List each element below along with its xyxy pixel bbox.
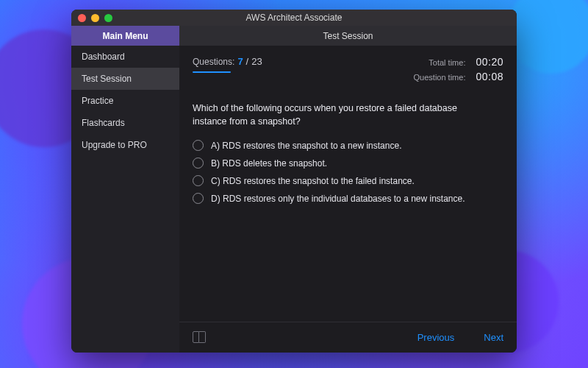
- question-separator: /: [246, 56, 249, 67]
- radio-icon: [193, 158, 204, 169]
- sidebar: Main Menu Dashboard Test Session Practic…: [71, 26, 179, 353]
- question-area: Questions: 7 / 23 Total time: 00:20: [179, 46, 517, 322]
- sidebar-item-label: Practice: [82, 96, 113, 106]
- sidebar-item-test-session[interactable]: Test Session: [71, 68, 179, 90]
- window-title: AWS Architect Associate: [71, 13, 517, 23]
- answer-label: D) RDS restores only the individual data…: [211, 194, 465, 204]
- radio-icon: [193, 193, 204, 204]
- question-time-label: Question time:: [414, 73, 466, 82]
- total-time-value: 00:20: [476, 56, 503, 68]
- stats-bar: Questions: 7 / 23 Total time: 00:20: [193, 56, 503, 82]
- answer-label: A) RDS restores the snapshot to a new in…: [211, 141, 401, 151]
- answer-option[interactable]: C) RDS restores the snapshot to the fail…: [193, 175, 503, 186]
- sidebar-item-label: Flashcards: [82, 118, 125, 128]
- sidebar-item-dashboard[interactable]: Dashboard: [71, 46, 179, 68]
- total-time-label: Total time:: [429, 58, 465, 67]
- question-current: 7: [237, 56, 243, 67]
- book-icon[interactable]: [193, 331, 207, 344]
- radio-icon: [193, 175, 204, 186]
- next-button[interactable]: Next: [484, 332, 503, 343]
- timers: Total time: 00:20 Question time: 00:08: [414, 56, 503, 82]
- titlebar: AWS Architect Associate: [71, 10, 517, 26]
- sidebar-item-label: Test Session: [82, 74, 132, 84]
- sidebar-item-practice[interactable]: Practice: [71, 90, 179, 112]
- footer-bar: Previous Next: [179, 322, 517, 353]
- answer-option[interactable]: B) RDS deletes the snapshot.: [193, 158, 503, 169]
- app-window: AWS Architect Associate Main Menu Dashbo…: [71, 10, 517, 353]
- answer-option[interactable]: A) RDS restores the snapshot to a new in…: [193, 140, 503, 151]
- sidebar-item-label: Dashboard: [82, 52, 125, 62]
- progress-underline: [193, 71, 231, 73]
- question-time-value: 00:08: [476, 71, 503, 82]
- questions-label: Questions:: [193, 57, 234, 67]
- question-text: Which of the following occurs when you r…: [193, 102, 487, 128]
- sidebar-item-upgrade-pro[interactable]: Upgrade to PRO: [71, 134, 179, 156]
- answer-option[interactable]: D) RDS restores only the individual data…: [193, 193, 503, 204]
- sidebar-nav: Dashboard Test Session Practice Flashcar…: [71, 46, 179, 156]
- question-total: 23: [251, 56, 262, 67]
- nav-buttons: Previous Next: [417, 332, 503, 343]
- question-block: Which of the following occurs when you r…: [193, 102, 503, 204]
- radio-icon: [193, 140, 204, 151]
- question-counter: Questions: 7 / 23: [193, 56, 262, 73]
- minimize-icon[interactable]: [91, 14, 99, 22]
- traffic-lights: [78, 14, 112, 22]
- zoom-icon[interactable]: [104, 14, 112, 22]
- sidebar-item-flashcards[interactable]: Flashcards: [71, 112, 179, 134]
- sidebar-header: Main Menu: [71, 26, 179, 46]
- main-panel: Test Session Questions: 7 / 23: [179, 26, 517, 353]
- previous-button[interactable]: Previous: [417, 332, 455, 343]
- answer-label: C) RDS restores the snapshot to the fail…: [211, 176, 415, 186]
- main-header: Test Session: [179, 26, 517, 46]
- close-icon[interactable]: [78, 14, 86, 22]
- answer-label: B) RDS deletes the snapshot.: [211, 158, 327, 169]
- answers-list: A) RDS restores the snapshot to a new in…: [193, 140, 503, 204]
- sidebar-item-label: Upgrade to PRO: [82, 140, 147, 150]
